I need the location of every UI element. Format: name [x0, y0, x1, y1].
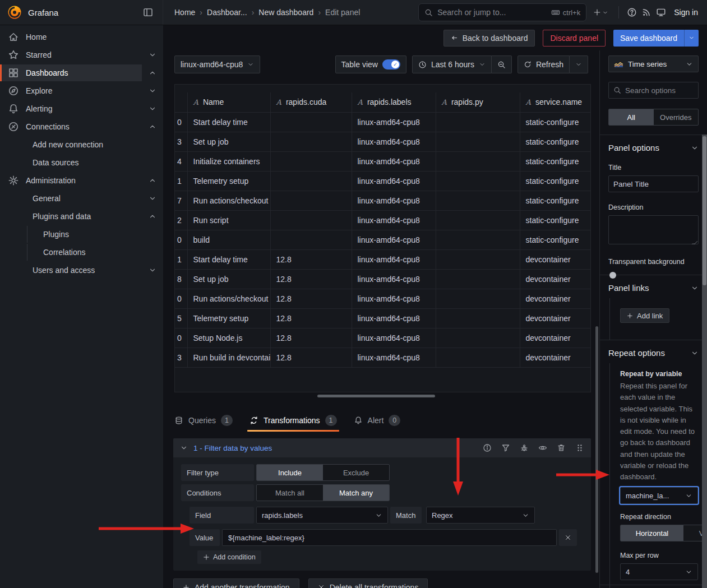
panel-links-section-header[interactable]: Panel links — [608, 283, 699, 293]
sidebar-item-alerting[interactable]: Alerting — [0, 100, 163, 118]
grip-icon[interactable] — [575, 443, 584, 452]
cell-py — [436, 328, 520, 348]
sidebar-item-label: Plugins and data — [33, 212, 91, 221]
bug-icon[interactable] — [520, 443, 529, 452]
max-per-row-select[interactable]: 4 — [620, 563, 698, 580]
visualization-picker[interactable]: Time series — [608, 55, 699, 72]
time-range-picker[interactable]: Last 6 hours — [412, 55, 492, 73]
panel-variable-select[interactable]: linux-amd64-cpu8 — [174, 55, 260, 73]
tab-transformations[interactable]: Transformations1 — [249, 409, 337, 432]
sidebar-item-label: General — [33, 194, 61, 203]
time-series-viz-icon — [614, 60, 623, 68]
repeat-direction-option-horizontal[interactable]: Horizontal — [621, 525, 683, 541]
options-filter-option-overrides[interactable]: Overrides — [654, 109, 699, 125]
column-header-rapids-py[interactable]: Arapids.py — [436, 92, 520, 112]
trash-icon[interactable] — [557, 443, 566, 452]
match-select[interactable]: Regex — [426, 507, 535, 524]
filter-type-option-include[interactable]: Include — [257, 465, 323, 480]
sidebar-item-plugins[interactable]: Plugins — [0, 225, 163, 243]
chevron-down-icon[interactable] — [142, 47, 163, 63]
chevron-down-icon[interactable] — [142, 262, 163, 279]
sidebar-item-correlations[interactable]: Correlations — [0, 243, 163, 261]
options-scrollbar-thumb[interactable] — [703, 136, 706, 285]
sidebar-item-add-new-connection[interactable]: Add new connection — [0, 136, 163, 154]
back-to-dashboard-button[interactable]: Back to dashboard — [443, 30, 535, 47]
tab-alert[interactable]: Alert0 — [354, 409, 401, 432]
options-search[interactable] — [608, 82, 699, 99]
value-input[interactable] — [222, 529, 557, 546]
sign-in-button[interactable]: Sign in — [674, 8, 698, 17]
repeat-options-section-header[interactable]: Repeat options — [608, 348, 699, 358]
chevron-down-icon[interactable] — [142, 190, 163, 207]
help-icon[interactable] — [627, 7, 637, 17]
breadcrumb-item-new-dashboard[interactable]: New dashboard — [258, 8, 313, 17]
sidebar-item-general[interactable]: General — [0, 189, 163, 207]
sidebar-item-explore[interactable]: Explore — [0, 82, 163, 100]
save-dashboard-caret[interactable] — [684, 30, 699, 47]
table-view-toggle[interactable]: ✓ — [382, 59, 400, 70]
chevron-up-icon[interactable] — [142, 64, 163, 81]
search-icon — [424, 8, 433, 17]
breadcrumb-item-home[interactable]: Home — [174, 8, 195, 17]
conditions-option-match-all[interactable]: Match all — [257, 485, 323, 501]
plug-icon — [8, 121, 19, 132]
chevron-down-icon — [575, 61, 582, 68]
grafana-logo-icon[interactable] — [7, 4, 22, 20]
sidebar-item-connections[interactable]: Connections — [0, 118, 163, 136]
sidebar-item-users-and-access[interactable]: Users and access — [0, 261, 163, 279]
new-button[interactable] — [591, 8, 611, 16]
remove-condition-button[interactable] — [559, 529, 577, 546]
options-search-input[interactable] — [625, 86, 694, 95]
news-rss-icon[interactable] — [641, 7, 651, 17]
panel-options-section-header[interactable]: Panel options — [608, 143, 699, 152]
horizontal-scrollbar-thumb[interactable] — [317, 395, 435, 397]
breadcrumb-item-dashboar[interactable]: Dashboar... — [207, 8, 247, 17]
column-header-service-name[interactable]: Aservice.name — [520, 92, 591, 112]
eye-icon[interactable] — [538, 443, 547, 452]
sidebar-item-plugins-and-data[interactable]: Plugins and data — [0, 207, 163, 225]
field-select[interactable]: rapids.labels — [256, 507, 388, 524]
global-search[interactable]: ctrl+k — [418, 3, 586, 21]
delete-all-transformations-button[interactable]: Delete all transformations — [308, 578, 428, 588]
chevron-down-icon — [522, 512, 529, 519]
panel-description-textarea[interactable] — [608, 215, 699, 244]
sidebar-item-home[interactable]: Home — [0, 28, 163, 46]
refresh-interval-caret[interactable] — [570, 55, 588, 73]
conditions-option-match-any[interactable]: Match any — [323, 485, 389, 501]
chevron-up-icon[interactable] — [142, 172, 163, 189]
vertical-scrollbar-thumb[interactable] — [595, 326, 598, 573]
chevron-up-icon[interactable] — [142, 208, 163, 225]
column-header-rapids-cuda[interactable]: Arapids.cuda — [270, 92, 352, 112]
column-header-rapids-labels[interactable]: Arapids.labels — [352, 92, 436, 112]
conditions-row: Conditions Match allMatch any — [181, 484, 583, 501]
transformation-title[interactable]: 1 - Filter data by values — [193, 444, 272, 452]
repeat-variable-select[interactable]: machine_la... — [620, 487, 698, 504]
sidebar-item-administration[interactable]: Administration — [0, 172, 163, 189]
value-label: Value — [190, 529, 220, 546]
save-dashboard-button[interactable]: Save dashboard — [613, 30, 684, 47]
options-filter-option-all[interactable]: All — [609, 109, 654, 125]
sidebar-item-starred[interactable]: Starred — [0, 46, 163, 64]
chevron-down-icon[interactable] — [142, 100, 163, 117]
add-link-button[interactable]: Add link — [620, 308, 669, 323]
collapse-chevron-icon[interactable] — [180, 444, 188, 452]
info-circle-icon[interactable] — [483, 443, 492, 452]
column-header-name[interactable]: AName — [187, 92, 270, 112]
add-another-transformation-button[interactable]: Add another transformation — [173, 578, 299, 588]
monitor-icon[interactable] — [656, 7, 666, 17]
zoom-out-time-button[interactable] — [492, 55, 512, 73]
filter-type-option-exclude[interactable]: Exclude — [323, 465, 389, 480]
refresh-button[interactable]: Refresh — [517, 55, 570, 73]
tab-queries[interactable]: Queries1 — [174, 409, 233, 432]
chevron-down-icon[interactable] — [142, 82, 163, 99]
transparent-background-label: Transparent background — [608, 258, 699, 266]
search-input[interactable] — [437, 8, 547, 17]
discard-panel-button[interactable]: Discard panel — [543, 30, 606, 47]
sidebar-toggle-icon[interactable] — [142, 7, 154, 18]
panel-title-input[interactable] — [608, 175, 699, 192]
sidebar-item-dashboards[interactable]: Dashboards — [0, 64, 163, 82]
filter-icon[interactable] — [501, 443, 510, 452]
chevron-up-icon[interactable] — [142, 118, 163, 135]
sidebar-item-data-sources[interactable]: Data sources — [0, 154, 163, 172]
add-condition-button[interactable]: Add condition — [197, 550, 261, 564]
